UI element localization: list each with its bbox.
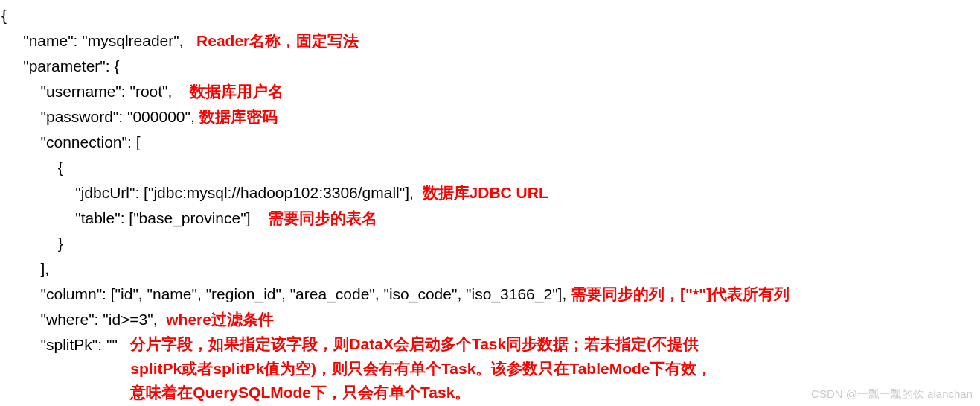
annotation-splitpk: 分片字段，如果指定该字段，则DataX会启动多个Task同步数据；若未指定(不提…: [130, 332, 712, 405]
annotation-splitpk-line3: 意味着在QuerySQLMode下，只会有单个Task。: [130, 384, 470, 401]
annotation-column: 需要同步的列，["*"]代表所有列: [571, 285, 790, 302]
code-line: "password": "000000",: [1, 108, 199, 125]
annotation-table: 需要同步的表名: [268, 209, 377, 226]
code-line: }: [1, 235, 63, 252]
json-config-block: { "name": "mysqlreader", Reader名称，固定写法 "…: [0, 0, 980, 406]
code-line: {: [1, 7, 7, 24]
annotation-splitpk-line2: splitPk或者splitPk值为空)，则只会有有单个Task。该参数只在Ta…: [130, 360, 712, 377]
code-line: ],: [1, 260, 49, 277]
code-line: "splitPk": "": [1, 336, 130, 353]
code-line: "username": "root",: [1, 83, 190, 100]
annotation-splitpk-line1: 分片字段，如果指定该字段，则DataX会启动多个Task同步数据；若未指定(不提…: [130, 335, 699, 352]
annotation-jdbcurl: 数据库JDBC URL: [423, 184, 548, 201]
code-line: "column": ["id", "name", "region_id", "a…: [1, 285, 571, 302]
annotation-where: where过滤条件: [166, 311, 274, 328]
code-line: "parameter": {: [1, 57, 119, 74]
code-line: "where": "id>=3",: [1, 311, 166, 328]
code-line: "jdbcUrl": ["jdbc:mysql://hadoop102:3306…: [1, 184, 423, 201]
code-line: {: [1, 159, 63, 176]
annotation-name: Reader名称，固定写法: [196, 32, 359, 49]
annotation-username: 数据库用户名: [190, 83, 284, 100]
code-line: "name": "mysqlreader",: [1, 32, 196, 49]
annotation-password: 数据库密码: [199, 108, 278, 125]
code-line: "connection": [: [1, 133, 141, 150]
code-line: "table": ["base_province"]: [1, 209, 268, 226]
watermark-text: CSDN @一瓢一瓢的饮 alanchan: [811, 387, 973, 402]
